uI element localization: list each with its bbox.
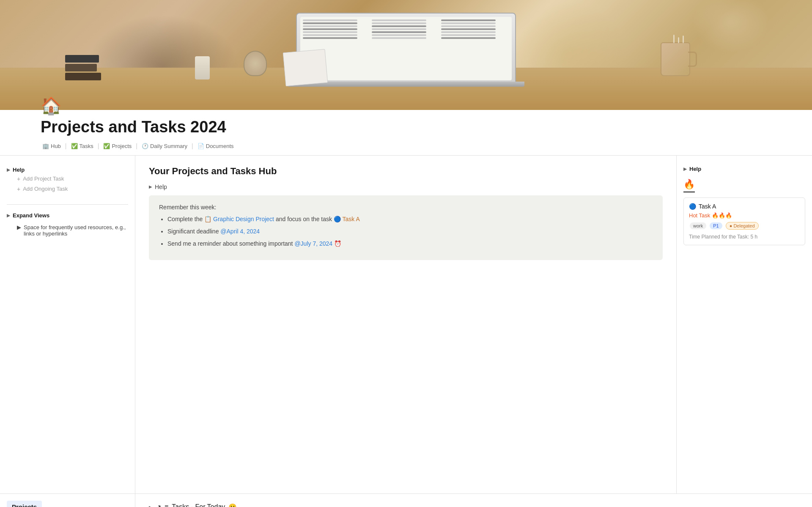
tag-delegated: ● Delegated <box>726 222 759 230</box>
bullet-1: Complete the 📋 Graphic Design Project an… <box>167 215 653 224</box>
july-date-link[interactable]: @July 7, 2024 ⏰ <box>294 240 341 247</box>
hub-label: Hub <box>51 143 61 149</box>
expand-sub-item: ▶ Space for frequently used resources, e… <box>17 223 128 238</box>
add-project-task-label: Add Project Task <box>23 175 64 182</box>
expand-triangle-sub: ▶ <box>17 224 21 230</box>
bottom-section: Projects ▶ Help ⊞ In Progress ▾ ▶ ↗ ≡ Ta… <box>0 493 812 507</box>
nav-tab-daily-summary[interactable]: 🕐 Daily Summary <box>140 142 189 150</box>
right-help-label: Help <box>689 166 701 172</box>
pencil-holder <box>195 56 210 79</box>
daily-summary-label: Daily Summary <box>150 143 187 149</box>
nav-tab-documents[interactable]: 📄 Documents <box>196 142 236 150</box>
header-banner <box>0 0 812 110</box>
mug-decoration <box>661 42 690 76</box>
right-help-triangle: ▶ <box>683 167 687 171</box>
task-tags: work P1 ● Delegated <box>689 221 800 230</box>
expand-views-label: Expand Views <box>13 212 49 219</box>
task-card-title: 🔵 Task A <box>689 203 800 210</box>
page-title: Projects and Tasks 2024 <box>41 118 771 137</box>
task-a-link[interactable]: 🔵 Task A <box>334 216 360 222</box>
tasks-label: Tasks <box>80 143 93 149</box>
bullet-3-prefix: Send me a reminder about something impor… <box>167 240 294 247</box>
time-planned: Time Planned for the Task: 5 h <box>689 234 800 240</box>
help-main-label: Help <box>155 184 167 190</box>
page-icon: 🏠 <box>41 96 62 115</box>
books-decoration <box>65 55 101 80</box>
tasks-today-triangle: ▶ <box>149 505 152 507</box>
plus-project-icon: + <box>17 175 20 182</box>
help-main-triangle: ▶ <box>149 184 152 189</box>
fire-icon: 🔥 <box>683 179 695 192</box>
info-box: Remember this week: Complete the 📋 Graph… <box>149 195 663 260</box>
tasks-list-icon-1: ≡ <box>165 503 168 507</box>
hot-task-label: Hot Task 🔥🔥🔥 <box>689 212 800 219</box>
nav-tab-tasks[interactable]: ✅ Tasks <box>69 142 95 150</box>
documents-label: Documents <box>206 143 234 149</box>
right-help-toggle[interactable]: ▶ Help <box>683 166 805 172</box>
clock-decoration <box>244 51 267 76</box>
time-planned-value: 5 h <box>750 234 757 240</box>
time-planned-label: Time Planned for the Task: <box>689 234 749 240</box>
smile-icon: 🙂 <box>228 503 237 507</box>
tag-p1: P1 <box>710 222 722 229</box>
hub-icon: 🏢 <box>42 143 49 149</box>
documents-icon: 📄 <box>198 143 204 149</box>
expand-triangle-icon: ▶ <box>7 213 10 218</box>
tasks-for-today-toggle[interactable]: ▶ ↗ ≡ Tasks - For Today 🙂 <box>149 501 798 507</box>
nav-sep-4: | <box>192 143 193 149</box>
projects-header: Projects <box>7 501 42 507</box>
info-bullets: Complete the 📋 Graphic Design Project an… <box>167 215 653 248</box>
hub-title: Your Projects and Tasks Hub <box>149 166 663 177</box>
tasks-for-today-label: Tasks - For Today <box>172 503 225 507</box>
center-content: Your Projects and Tasks Hub ▶ Help Remem… <box>135 156 677 493</box>
right-sidebar: ▶ Help 🔥 🔵 Task A Hot Task 🔥🔥🔥 work P1 ●… <box>677 156 812 493</box>
help-label: Help <box>13 167 25 173</box>
bullet-1-middle: and focus on the task <box>276 216 334 222</box>
steam-decoration <box>673 35 684 43</box>
nav-tabs: 🏢 Hub | ✅ Tasks | ✅ Projects | 🕐 Daily S… <box>0 137 812 156</box>
nav-tab-projects[interactable]: ✅ Projects <box>102 142 133 150</box>
expand-sub-text: Space for frequently used resources, e.g… <box>24 224 128 237</box>
tasks-sort-icon-1: ↗ <box>156 503 161 507</box>
tasks-check-icon: ✅ <box>71 143 78 149</box>
add-ongoing-task-button[interactable]: + Add Ongoing Task <box>14 184 128 194</box>
task-title: Task A <box>699 203 716 210</box>
page-icon-area: 🏠 <box>0 97 812 114</box>
task-card: 🔵 Task A Hot Task 🔥🔥🔥 work P1 ● Delegate… <box>683 197 805 245</box>
nav-tab-hub[interactable]: 🏢 Hub <box>41 142 63 150</box>
nav-sep-2: | <box>98 143 99 149</box>
graphic-design-link[interactable]: 📋 Graphic Design Project <box>204 216 274 222</box>
april-date: @April 4, 2024 <box>220 228 260 235</box>
bottom-right: ▶ ↗ ≡ Tasks - For Today 🙂 ▶ ↗ ≡ Tasks - … <box>135 494 812 507</box>
page-title-area: Projects and Tasks 2024 <box>0 114 812 137</box>
help-toggle[interactable]: ▶ Help <box>7 166 128 174</box>
bullet-2: Significant deadline @April 4, 2024 <box>167 227 653 236</box>
sig-deadline-text: Significant deadline <box>167 228 220 235</box>
expand-views-toggle[interactable]: ▶ Expand Views <box>7 211 128 219</box>
help-section: ▶ Help + Add Project Task + Add Ongoing … <box>7 166 128 194</box>
bullet-1-prefix: Complete the <box>167 216 204 222</box>
expand-views-section: ▶ Expand Views ▶ Space for frequently us… <box>7 211 128 238</box>
notebook-decoration <box>283 49 328 86</box>
plus-ongoing-icon: + <box>17 186 20 192</box>
help-main-toggle[interactable]: ▶ Help <box>149 184 663 190</box>
main-layout: ▶ Help + Add Project Task + Add Ongoing … <box>0 156 812 493</box>
help-triangle-icon: ▶ <box>7 167 10 172</box>
laptop-decoration <box>296 13 516 85</box>
bottom-left: Projects ▶ Help ⊞ In Progress ▾ <box>0 494 135 507</box>
add-ongoing-task-label: Add Ongoing Task <box>23 186 68 192</box>
add-project-task-button[interactable]: + Add Project Task <box>14 174 128 184</box>
fire-tab[interactable]: 🔥 <box>683 179 805 192</box>
remember-label: Remember this week: <box>159 204 653 211</box>
tag-work: work <box>690 222 706 229</box>
expand-sub: ▶ Space for frequently used resources, e… <box>17 223 128 238</box>
projects-label: Projects <box>112 143 132 149</box>
nav-sep-1: | <box>65 143 67 149</box>
left-divider-1 <box>7 204 128 205</box>
projects-check-icon: ✅ <box>103 143 110 149</box>
task-circle-icon: 🔵 <box>689 203 696 210</box>
left-sidebar: ▶ Help + Add Project Task + Add Ongoing … <box>0 156 135 493</box>
nav-sep-3: | <box>136 143 137 149</box>
bullet-3: Send me a reminder about something impor… <box>167 239 653 248</box>
daily-summary-icon: 🕐 <box>142 143 148 149</box>
